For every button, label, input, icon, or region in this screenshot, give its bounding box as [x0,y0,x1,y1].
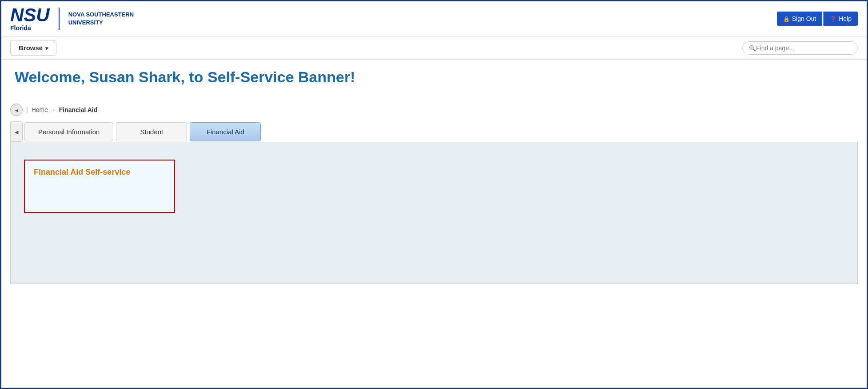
breadcrumb-separator: › [52,106,55,113]
chevron-down-icon [45,44,48,52]
back-button[interactable] [10,104,23,116]
breadcrumb-pipe: | [26,106,28,113]
nsu-florida: Florida [10,24,50,32]
main-content: | Home › Financial Aid Personal Informat… [1,99,867,293]
logo-divider [59,8,60,30]
browse-button[interactable]: Browse [10,40,56,56]
breadcrumb-current: Financial Aid [59,106,98,113]
nsu-acronym: NSU [10,6,50,24]
header: NSU Florida NOVA SOUTHEASTERN UNIVERSITY… [1,1,867,36]
tabs-left-arrow[interactable] [10,121,23,142]
lock-icon [783,15,790,22]
tab-personal-information[interactable]: Personal Information [24,122,113,141]
header-right: Sign Out Help [777,12,858,26]
search-box [742,41,858,55]
tab-student[interactable]: Student [116,122,187,141]
nsu-logo: NSU Florida [10,6,50,32]
breadcrumb: | Home › Financial Aid [10,99,858,121]
back-arrow-icon [14,106,19,113]
search-input[interactable] [756,44,851,52]
sign-out-button[interactable]: Sign Out [777,12,822,26]
tabs-section: Personal Information Student Financial A… [10,121,858,142]
welcome-title: Welcome, Susan Shark, to Self-Service Ba… [15,68,853,86]
breadcrumb-home[interactable]: Home [32,106,48,113]
content-panel: Financial Aid Self-service [10,142,858,284]
fa-card-title: Financial Aid Self-service [34,168,165,177]
help-button[interactable]: Help [823,12,858,26]
help-icon [830,15,836,22]
search-icon [749,44,756,52]
financial-aid-self-service-card[interactable]: Financial Aid Self-service [24,160,175,213]
tab-financial-aid[interactable]: Financial Aid [190,122,261,141]
welcome-area: Welcome, Susan Shark, to Self-Service Ba… [1,60,867,99]
navbar: Browse [1,36,867,60]
university-name: NOVA SOUTHEASTERN UNIVERSITY [68,11,134,27]
logo-area: NSU Florida NOVA SOUTHEASTERN UNIVERSITY [10,6,134,32]
left-arrow-icon [15,128,18,136]
